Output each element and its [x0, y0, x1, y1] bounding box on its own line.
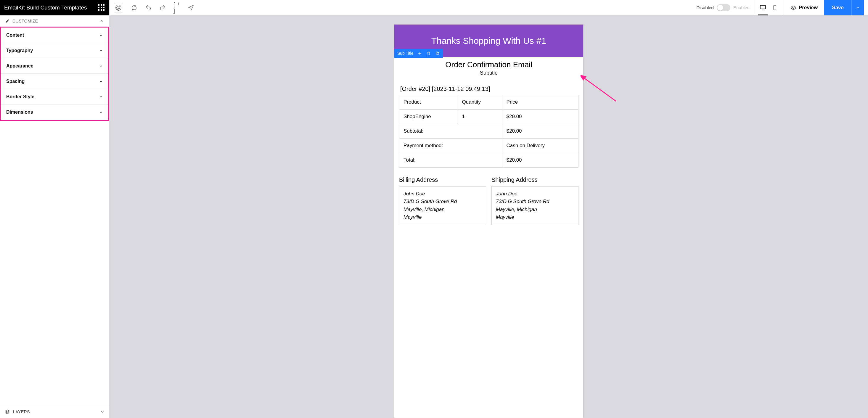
panel-appearance[interactable]: Appearance [1, 58, 108, 74]
panel-border-style[interactable]: Border Style [1, 89, 108, 104]
refresh-icon [131, 4, 137, 11]
pencil-icon [5, 19, 9, 23]
eye-icon [790, 5, 796, 11]
send-button[interactable] [188, 4, 194, 11]
total-label: Total: [399, 153, 502, 167]
paper-plane-icon [188, 4, 194, 11]
shipping-box: John Doe 73/D G South Grove Rd Mayville,… [491, 186, 579, 225]
annotation-arrow-icon [581, 74, 622, 104]
order-section[interactable]: [Order #20] [2023-11-12 09:49:13] Produc… [394, 80, 583, 167]
panel-label: Border Style [6, 94, 34, 99]
svg-rect-6 [436, 52, 438, 54]
table-header-row: Product Quantity Price [399, 95, 579, 109]
sidebar: EmailKit Build Custom Templates CUSTOMIZ… [0, 0, 110, 418]
desktop-icon [760, 4, 767, 11]
table-row: ShopEngine 1 $20.00 [399, 109, 579, 124]
subtotal-value: $20.00 [502, 124, 578, 138]
panel-label: Typography [6, 48, 33, 53]
panel-spacing[interactable]: Spacing [1, 74, 108, 89]
wordpress-logo-button[interactable] [114, 3, 123, 12]
mobile-icon [772, 5, 778, 11]
payment-label: Payment method: [399, 138, 502, 153]
email-title: Order Confirmation Email [397, 60, 580, 69]
selection-label: Sub Title [397, 51, 413, 56]
email-title-block[interactable]: Order Confirmation Email Subtitle [394, 57, 583, 80]
sidebar-header: EmailKit Build Custom Templates [0, 0, 109, 15]
chevron-down-icon [99, 49, 103, 53]
topbar: [ / ] Disabled Enabled [110, 0, 868, 15]
panel-typography[interactable]: Typography [1, 43, 108, 58]
selection-delete-button[interactable] [426, 51, 431, 56]
billing-box: John Doe 73/D G South Grove Rd Mayville,… [399, 186, 486, 225]
email-header-text: Thanks Shopping With Us #1 [431, 36, 547, 45]
addr-line: John Doe [404, 190, 482, 198]
billing-title: Billing Address [399, 176, 486, 183]
canvas[interactable]: Thanks Shopping With Us #1 Sub Title [110, 15, 868, 418]
subtotal-label: Subtotal: [399, 124, 502, 138]
total-value: $20.00 [502, 153, 578, 167]
preview-button[interactable]: Preview [784, 0, 824, 15]
chevron-down-icon [99, 64, 103, 68]
cell-price: $20.00 [502, 109, 578, 124]
layers-icon [5, 409, 10, 414]
chevron-down-icon [99, 110, 103, 114]
save-button[interactable]: Save [824, 0, 851, 15]
panel-content[interactable]: Content [1, 28, 108, 43]
chevron-down-icon [100, 410, 104, 414]
apps-grid-icon[interactable] [98, 4, 105, 11]
undo-icon [145, 4, 152, 11]
enable-toggle-group: Disabled Enabled [692, 4, 754, 11]
chevron-up-icon [100, 19, 104, 23]
selection-duplicate-button[interactable] [435, 51, 440, 56]
col-price: Price [502, 95, 578, 109]
payment-value: Cash on Delivery [502, 138, 578, 153]
panel-dimensions[interactable]: Dimensions [1, 104, 108, 120]
chevron-down-icon [99, 33, 103, 37]
customize-label: CUSTOMIZE [12, 19, 38, 23]
panel-label: Content [6, 33, 24, 38]
chevron-down-icon [99, 95, 103, 99]
customize-section-header[interactable]: CUSTOMIZE [0, 15, 109, 27]
addr-line: Mayville, Michigan [496, 206, 574, 214]
addr-line: 73/D G South Grove Rd [496, 198, 574, 205]
device-desktop-button[interactable] [757, 0, 769, 15]
svg-rect-5 [437, 53, 439, 55]
layers-footer[interactable]: LAYERS [0, 405, 109, 418]
shortcode-button[interactable]: [ / ] [174, 4, 180, 11]
enabled-label: Enabled [733, 5, 750, 10]
cell-product: ShopEngine [399, 109, 458, 124]
device-mobile-button[interactable] [769, 0, 781, 15]
table-payment-row: Payment method: Cash on Delivery [399, 138, 579, 153]
cell-qty: 1 [458, 109, 502, 124]
email-frame[interactable]: Thanks Shopping With Us #1 Sub Title [394, 24, 584, 418]
svg-line-7 [584, 77, 616, 101]
redo-icon [159, 4, 166, 11]
selection-add-button[interactable] [417, 51, 422, 56]
chevron-down-icon [99, 79, 103, 84]
refresh-button[interactable] [131, 4, 137, 11]
svg-point-4 [793, 7, 794, 8]
plus-icon [417, 51, 422, 56]
disabled-label: Disabled [696, 5, 714, 10]
billing-column: Billing Address John Doe 73/D G South Gr… [399, 176, 486, 225]
panel-label: Appearance [6, 63, 33, 69]
email-header-block[interactable]: Thanks Shopping With Us #1 Sub Title [394, 25, 583, 57]
redo-button[interactable] [159, 4, 166, 11]
addresses-section[interactable]: Billing Address John Doe 73/D G South Gr… [394, 167, 583, 225]
order-meta-line: [Order #20] [2023-11-12 09:49:13] [400, 86, 577, 92]
svg-rect-1 [760, 5, 766, 9]
save-dropdown-button[interactable] [851, 0, 864, 15]
panel-label: Spacing [6, 79, 25, 84]
addr-line: John Doe [496, 190, 574, 198]
trash-icon [426, 51, 431, 56]
addr-line: 73/D G South Grove Rd [404, 198, 482, 205]
order-table: Product Quantity Price ShopEngine 1 $20.… [399, 95, 579, 167]
undo-button[interactable] [145, 4, 152, 11]
customize-panels-highlight: Content Typography Appearance Spacing Bo… [0, 27, 109, 121]
enable-toggle[interactable] [717, 4, 730, 11]
table-total-row: Total: $20.00 [399, 153, 579, 167]
main-area: [ / ] Disabled Enabled [110, 0, 868, 418]
shipping-column: Shipping Address John Doe 73/D G South G… [491, 176, 579, 225]
selection-toolbar: Sub Title [394, 49, 443, 58]
panel-label: Dimensions [6, 109, 33, 115]
